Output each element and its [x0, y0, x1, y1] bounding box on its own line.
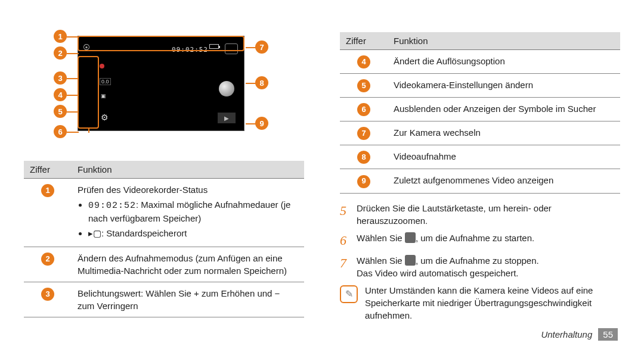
- step-text: Wählen Sie , um die Aufnahme zu starten.: [357, 232, 534, 250]
- row-badge: 4: [357, 55, 370, 68]
- row-badge: 2: [41, 253, 54, 266]
- callout-frame-left: [78, 56, 99, 129]
- step-7: 7 Wählen Sie , um die Aufnahme zu stoppe…: [340, 254, 620, 279]
- step-number: 5: [340, 202, 351, 227]
- reference-table-left: Ziffer Funktion 1 Prüfen des Videorekord…: [24, 161, 304, 317]
- table-row: 5 Videokamera-Einstellungen ändern: [340, 74, 620, 98]
- callout-marker-9: 9: [255, 117, 268, 130]
- callout-line-icon: [67, 132, 79, 133]
- row-badge: 3: [41, 288, 54, 301]
- section-label: Unterhaltung: [541, 329, 592, 339]
- row-badge: 9: [357, 175, 370, 188]
- step-number: 7: [340, 254, 351, 279]
- row-text: Zuletzt aufgenommenes Video anzeigen: [388, 169, 620, 193]
- step-text: Wählen Sie , um die Aufnahme zu stoppen.…: [357, 254, 539, 279]
- table-row: 2 Ändern des Aufnahmemodus (zum Anfügen …: [24, 247, 304, 282]
- callout-line-icon: [67, 53, 79, 54]
- callout-line-icon: [67, 111, 79, 113]
- row-text: Ausblenden oder Anzeigen der Symbole im …: [388, 98, 620, 121]
- callout-line-icon: [246, 123, 256, 124]
- page-number: 55: [598, 328, 618, 341]
- camera-viewfinder-diagram: 09:02:52 ⦿ 0.0 ▣ ⚙ ▶ 1 2 3 4 5: [60, 30, 274, 149]
- record-mode-icon: [100, 64, 104, 68]
- reference-table-right: Ziffer Funktion 4 Ändert die Auflösungso…: [340, 32, 620, 194]
- note-box: ✎ Unter Umständen kann die Kamera keine …: [340, 284, 620, 322]
- col-header-number: Ziffer: [24, 161, 72, 179]
- callout-line-icon: [88, 129, 89, 133]
- step-6: 6 Wählen Sie , um die Aufnahme zu starte…: [340, 232, 620, 250]
- settings-gear-icon: ⚙: [101, 113, 109, 122]
- row-badge: 7: [357, 127, 370, 140]
- step-5: 5 Drücken Sie die Lautstärketaste, um he…: [340, 202, 620, 227]
- note-icon: ✎: [340, 285, 358, 303]
- row-text: Zur Kamera wechseln: [388, 121, 620, 145]
- col-header-number: Ziffer: [340, 32, 388, 50]
- row-text: Videokamera-Einstellungen ändern: [388, 74, 620, 98]
- row-badge: 5: [357, 79, 370, 92]
- callout-marker-5: 5: [54, 105, 67, 118]
- callout-line-icon: [246, 83, 256, 84]
- callout-marker-8: 8: [255, 76, 268, 89]
- stop-button-icon: [405, 255, 416, 266]
- callout-marker-3: 3: [54, 71, 67, 85]
- row-bullet: ▸▢: Standardspeicherort: [88, 227, 298, 239]
- row-text: Ändert die Auflösungsoption: [388, 50, 620, 74]
- table-row: 4 Ändert die Auflösungsoption: [340, 50, 620, 74]
- page-footer: Unterhaltung 55: [541, 328, 618, 341]
- row-badge: 1: [41, 184, 54, 197]
- callout-marker-1: 1: [54, 30, 67, 43]
- row-text: Ändern des Aufnahmemodus (zum Anfügen an…: [72, 247, 304, 282]
- ev-value-icon: 0.0: [100, 78, 111, 85]
- col-header-function: Funktion: [72, 161, 304, 179]
- table-row: 7 Zur Kamera wechseln: [340, 121, 620, 145]
- row-badge: 8: [357, 151, 370, 164]
- table-row: 9 Zuletzt aufgenommenes Video anzeigen: [340, 169, 620, 193]
- table-row: 1 Prüfen des Videorekorder-Status 09:02:…: [24, 179, 304, 247]
- storage-symbol-icon: ▸▢: [88, 228, 101, 238]
- row-text: Videoaufnahme: [388, 145, 620, 169]
- step-number: 6: [340, 232, 351, 250]
- record-button-icon: [405, 232, 416, 243]
- step-text: Drücken Sie die Lautstärketaste, um here…: [357, 202, 620, 227]
- col-header-function: Funktion: [388, 32, 620, 50]
- table-row: 6 Ausblenden oder Anzeigen der Symbole i…: [340, 98, 620, 121]
- storage-location-icon: ▣: [101, 93, 106, 99]
- callout-marker-7: 7: [255, 40, 268, 54]
- code-text: 09:02:52: [88, 201, 136, 211]
- last-video-play-icon: ▶: [218, 113, 236, 123]
- note-text: Unter Umständen kann die Kamera keine Vi…: [365, 284, 620, 322]
- callout-marker-2: 2: [54, 46, 67, 60]
- record-button-icon: [219, 81, 234, 96]
- callout-line-icon: [67, 95, 79, 96]
- row-bullet: 09:02:52: Maximal mögliche Aufnahmedauer…: [88, 198, 298, 225]
- callout-line-icon: [246, 47, 256, 48]
- callout-line-icon: [67, 78, 79, 79]
- callout-frame-top: [78, 36, 244, 51]
- table-row: 3 Belichtungswert: Wählen Sie + zum Erhö…: [24, 282, 304, 317]
- row-title: Prüfen des Videorekorder-Status: [78, 183, 298, 196]
- row-badge: 6: [357, 103, 370, 116]
- pencil-icon: ✎: [345, 288, 353, 301]
- row-text: Belichtungswert: Wählen Sie + zum Erhöhe…: [72, 282, 304, 317]
- table-row: 8 Videoaufnahme: [340, 145, 620, 169]
- callout-marker-6: 6: [54, 125, 67, 138]
- callout-marker-4: 4: [54, 88, 67, 101]
- callout-line-icon: [67, 36, 79, 38]
